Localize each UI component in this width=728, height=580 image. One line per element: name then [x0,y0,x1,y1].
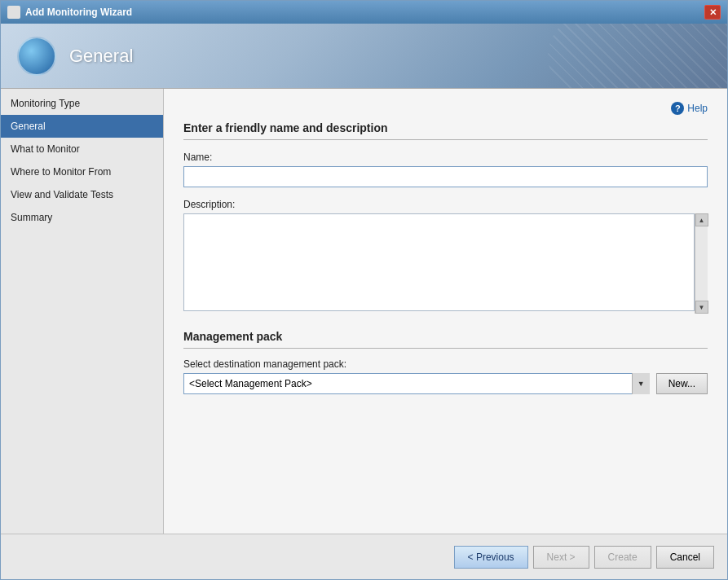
content-area: ? Help Enter a friendly name and descrip… [164,89,727,534]
sidebar-item-where-to-monitor[interactable]: Where to Monitor From [1,160,163,183]
sidebar: Monitoring Type General What to Monitor … [1,89,164,534]
section-title: Enter a friendly name and description [183,121,708,140]
description-scrollbar[interactable]: ▲ ▼ [695,213,708,314]
sidebar-item-summary[interactable]: Summary [1,206,163,229]
create-button[interactable]: Create [594,546,651,569]
cancel-button[interactable]: Cancel [656,546,714,569]
description-label-container: Description: [183,199,708,210]
help-label: Help [687,103,708,114]
management-pack-select[interactable]: <Select Management Pack> [183,373,650,394]
wizard-window: Add Monitoring Wizard ✕ General Monitori… [0,0,728,580]
help-icon: ? [671,102,684,115]
sidebar-item-view-validate[interactable]: View and Validate Tests [1,183,163,206]
next-button[interactable]: Next > [533,546,589,569]
description-field-container: Description: ▲ ▼ [183,199,708,314]
close-button[interactable]: ✕ [704,5,721,20]
scroll-down-arrow[interactable]: ▼ [695,301,708,314]
name-field-container: Name: [183,152,708,187]
description-input[interactable] [183,213,695,311]
titlebar-title-group: Add Monitoring Wizard [7,6,132,19]
footer: < Previous Next > Create Cancel [1,534,727,579]
titlebar-title-text: Add Monitoring Wizard [25,7,132,18]
scroll-up-arrow[interactable]: ▲ [695,213,708,226]
help-link[interactable]: ? Help [671,102,708,115]
select-label: Select destination management pack: [183,358,708,370]
name-label: Name: [183,152,708,163]
wizard-logo-icon [17,37,56,76]
new-button[interactable]: New... [656,373,708,394]
titlebar-app-icon [7,6,20,19]
management-section-divider: Management pack Select destination manag… [183,330,708,394]
textarea-wrapper: ▲ ▼ [183,213,708,314]
description-label: Description: [183,199,708,210]
sidebar-item-monitoring-type[interactable]: Monitoring Type [1,92,163,115]
name-input[interactable] [183,166,708,187]
select-row: <Select Management Pack> ▼ New... [183,373,708,394]
sidebar-item-what-to-monitor[interactable]: What to Monitor [1,138,163,160]
main-content: Monitoring Type General What to Monitor … [1,89,727,534]
management-pack-select-wrapper: <Select Management Pack> ▼ [183,373,650,394]
previous-button[interactable]: < Previous [454,546,528,569]
titlebar: Add Monitoring Wizard ✕ [1,1,727,24]
header-banner: General [1,24,727,89]
help-row: ? Help [183,102,708,115]
management-section-title: Management pack [183,330,708,349]
content-inner: ? Help Enter a friendly name and descrip… [164,89,727,534]
sidebar-item-general[interactable]: General [1,115,163,138]
header-title: General [69,46,133,67]
